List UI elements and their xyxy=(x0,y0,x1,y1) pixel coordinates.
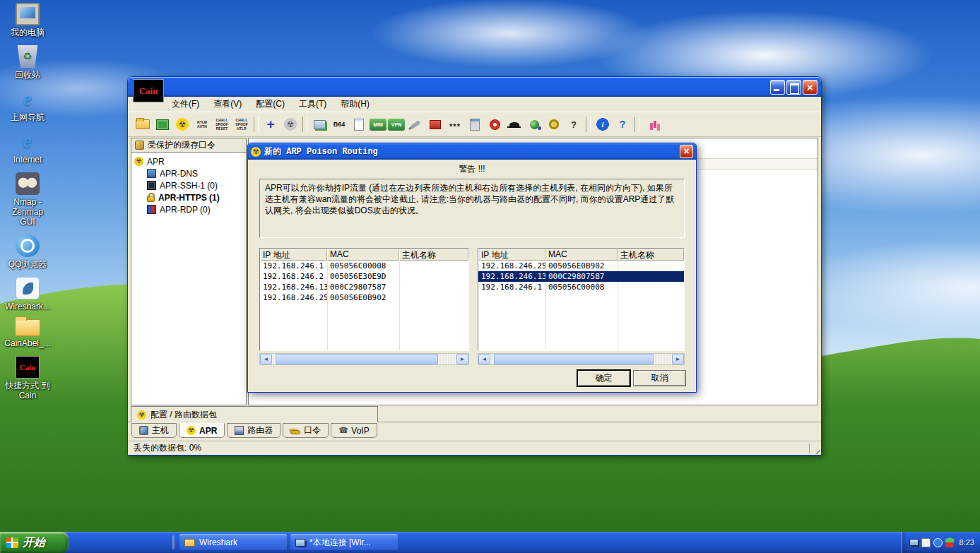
tab-voip[interactable]: VoIP xyxy=(331,423,377,438)
desktop-icon-internet[interactable]: Internet xyxy=(4,130,52,165)
ntlm-auth-icon[interactable]: NTLM AUTH xyxy=(193,115,211,133)
base64-decoder-icon[interactable]: B64 xyxy=(330,115,348,133)
network-tray-icon[interactable] xyxy=(909,539,919,546)
menu-tools[interactable]: 工具(T) xyxy=(299,98,326,110)
rsa-token-icon[interactable] xyxy=(426,115,444,133)
cell-hostname xyxy=(399,282,468,292)
scroll-track[interactable] xyxy=(490,354,672,364)
chall-spoof-reset-icon[interactable]: CHALL SPOOF RESET xyxy=(213,115,231,133)
close-button[interactable] xyxy=(803,80,817,95)
desktop-icon-internet-nav[interactable]: 上网导航 xyxy=(4,88,52,122)
tree-item-apr[interactable]: APR xyxy=(133,155,244,167)
network-adapter-icon[interactable] xyxy=(310,115,329,133)
scroll-thumb[interactable] xyxy=(494,354,654,364)
cancel-button[interactable]: 取消 xyxy=(633,370,686,386)
ok-button[interactable]: 确定 xyxy=(577,370,630,386)
resize-grip[interactable] xyxy=(811,445,820,454)
desktop-icon-qq-browser[interactable]: QQ浏览器 xyxy=(4,234,52,269)
task-wireshark[interactable]: Wireshark xyxy=(179,534,287,551)
column-header-mac[interactable]: MAC xyxy=(327,249,399,261)
desktop-icon-label: 回收站 xyxy=(4,70,52,80)
host-row[interactable]: 192.168.246.2 005056E30E9D xyxy=(260,271,468,282)
apr-start-icon[interactable]: ☢ xyxy=(173,115,191,133)
dialog-buttons: 确定 取消 xyxy=(577,370,686,386)
menu-view[interactable]: 查看(V) xyxy=(213,98,242,110)
remove-apr-icon[interactable]: ☢ xyxy=(281,115,300,133)
desktop-icon-cainabel-folder[interactable]: CainAbel_... xyxy=(4,319,52,348)
mim-icon[interactable]: MIM xyxy=(370,119,386,131)
desktop-icon-cain-shortcut[interactable]: 快捷方式 到 Cain xyxy=(4,356,52,400)
host-row[interactable]: 192.168.246.1 005056C00008 xyxy=(260,261,468,271)
column-header-ip[interactable]: IP 地址 xyxy=(478,249,545,261)
trojan-hat-icon[interactable] xyxy=(505,115,524,133)
menu-config[interactable]: 配置(C) xyxy=(256,98,285,110)
tab-apr[interactable]: APR xyxy=(179,423,225,438)
host-row[interactable]: 192.168.246.130 000C29807587 xyxy=(478,271,684,282)
cell-hostname xyxy=(399,261,468,271)
exit-chart-icon[interactable] xyxy=(642,115,661,133)
menu-file[interactable]: 文件(F) xyxy=(172,98,199,110)
scroll-thumb[interactable] xyxy=(276,354,438,364)
minimize-button[interactable] xyxy=(770,80,785,95)
column-header-hostname[interactable]: 主机名称 xyxy=(618,249,684,261)
start-button[interactable]: 开始 xyxy=(0,532,69,553)
calculator-icon[interactable] xyxy=(466,115,484,133)
desktop-icon-label: 我的电脑 xyxy=(4,28,52,37)
scroll-left-arrow-icon[interactable] xyxy=(478,354,490,364)
sniffer-icon[interactable] xyxy=(153,115,172,133)
desktop-icon-nmap-zenmap[interactable]: Nmap - Zenmap GUI xyxy=(4,172,52,227)
config-route-tab[interactable]: 配置 / 路由数据包 xyxy=(131,406,378,422)
cache-passwords-icon xyxy=(135,141,144,150)
column-header-ip[interactable]: IP 地址 xyxy=(260,249,327,261)
desktop-icon-recycle-bin[interactable]: 回收站 xyxy=(4,45,52,80)
info-icon[interactable]: i xyxy=(594,115,612,133)
password-stars-icon[interactable]: *** xyxy=(446,115,464,133)
cell-hostname xyxy=(618,261,684,271)
dialog-close-button[interactable] xyxy=(680,145,693,158)
target-hosts-hscrollbar[interactable] xyxy=(478,353,685,365)
tab-passwords[interactable]: 口令 xyxy=(283,423,329,438)
host-row[interactable]: 192.168.246.1 005056C00008 xyxy=(478,282,684,292)
vpn-icon[interactable]: VPN xyxy=(388,119,405,131)
scroll-right-arrow-icon[interactable] xyxy=(456,354,468,364)
remote-globe-icon[interactable] xyxy=(525,115,543,133)
host-row[interactable]: 192.168.246.254 005056E0B902 xyxy=(260,292,468,303)
tree-item-apr-ssh[interactable]: APR-SSH-1 (0) xyxy=(146,179,244,191)
antivirus-tray-icon[interactable] xyxy=(945,537,955,547)
cell-hostname xyxy=(618,282,684,292)
column-header-hostname[interactable]: 主机名称 xyxy=(399,249,468,261)
tree-item-icon xyxy=(147,205,156,214)
help-icon[interactable]: ? xyxy=(613,115,632,133)
tab-routers[interactable]: 路由器 xyxy=(227,423,281,438)
scroll-left-arrow-icon[interactable] xyxy=(260,354,272,364)
tree-item-apr-https[interactable]: APR-HTTPS (1) xyxy=(146,191,244,203)
dialog-titlebar[interactable]: 新的 ARP Poison Routing xyxy=(248,143,696,160)
tree-item-apr-rdp[interactable]: APR-RDP (0) xyxy=(146,203,244,215)
maximize-button[interactable] xyxy=(786,80,801,95)
desktop-icon-my-computer[interactable]: 我的电脑 xyxy=(4,3,52,37)
source-hosts-hscrollbar[interactable] xyxy=(259,353,469,365)
cain-titlebar[interactable] xyxy=(128,77,821,97)
ime-tray-icon[interactable] xyxy=(921,538,931,547)
hash-tool-icon[interactable] xyxy=(406,115,425,133)
cd-icon[interactable] xyxy=(485,115,504,133)
task-local-connection[interactable]: *本地连接 [Wir... xyxy=(290,534,398,551)
protected-cache-tab[interactable]: 受保护的缓存口令 xyxy=(131,138,247,153)
desktop-icon-wireshark[interactable]: Wireshark... xyxy=(4,277,52,311)
cert-decoder-icon[interactable] xyxy=(350,115,368,133)
scroll-track[interactable] xyxy=(272,354,456,364)
syskey-gear-icon[interactable] xyxy=(545,115,563,133)
help-tray-icon[interactable] xyxy=(933,538,943,547)
cell-ip: 192.168.246.1 xyxy=(260,261,327,271)
add-to-list-icon[interactable]: + xyxy=(261,115,280,133)
host-row[interactable]: 192.168.246.130 000C29807587 xyxy=(260,282,468,292)
tab-hosts[interactable]: 主机 xyxy=(131,423,177,438)
query-icon[interactable]: ? xyxy=(565,115,583,133)
scroll-right-arrow-icon[interactable] xyxy=(672,354,684,364)
menu-help[interactable]: 帮助(H) xyxy=(341,98,370,110)
chall-spoof-htlr-icon[interactable]: CHALL SPOOF HTLR xyxy=(232,115,251,133)
host-row[interactable]: 192.168.246.254 005056E0B902 xyxy=(478,261,684,271)
tree-item-apr-dns[interactable]: APR-DNS xyxy=(146,167,244,179)
column-header-mac[interactable]: MAC xyxy=(545,249,618,261)
open-folder-icon[interactable] xyxy=(134,115,152,133)
